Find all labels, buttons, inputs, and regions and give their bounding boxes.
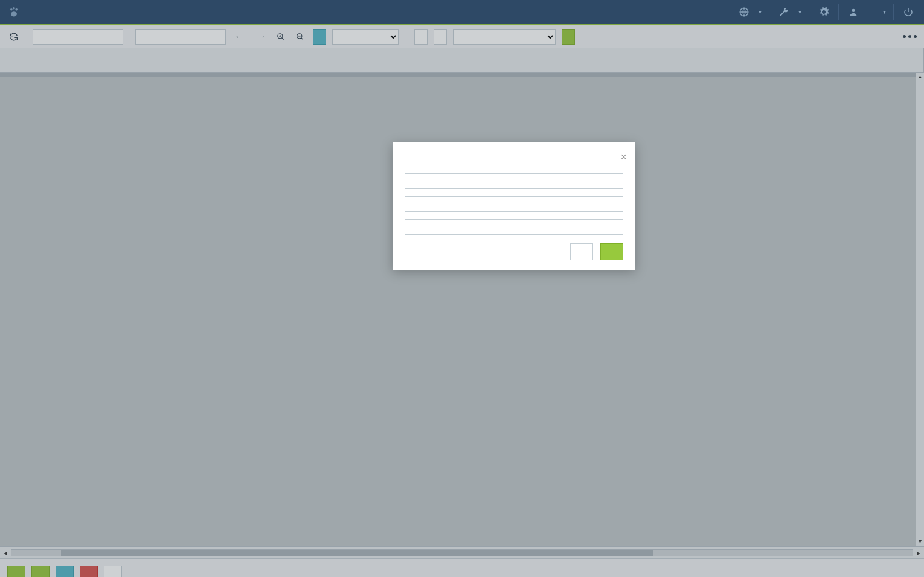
cancel-button[interactable] [570,243,593,260]
create-version-modal: × [393,142,635,270]
description-input[interactable] [405,196,623,212]
client-input[interactable] [405,219,623,235]
create-button[interactable] [600,243,623,260]
name-input[interactable] [405,173,623,189]
close-icon[interactable]: × [620,151,627,164]
